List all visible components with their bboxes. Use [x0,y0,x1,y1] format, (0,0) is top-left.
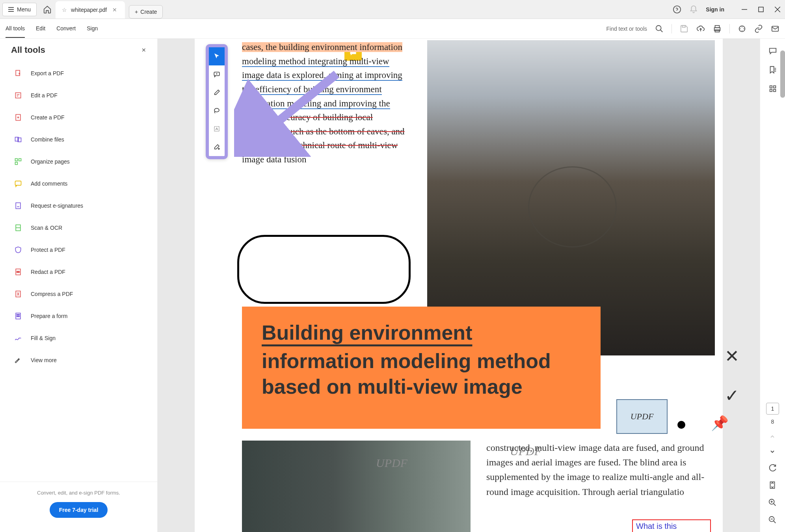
rotate-button[interactable] [768,463,777,472]
titlebar-right: Sign in [673,5,785,14]
sidebar-item-protect[interactable]: Protect a PDF [11,240,146,260]
sidebar-item-combine[interactable]: Combine files [11,129,146,150]
comments-panel-button[interactable] [768,47,777,55]
svg-rect-7 [682,25,685,27]
comment-tool[interactable] [209,65,225,84]
sidebar-close-button[interactable]: ✕ [141,47,146,53]
sidebar-item-compress[interactable]: Compress a PDF [11,284,146,304]
thumbnails-panel-button[interactable] [768,84,777,93]
dot-annotation[interactable] [677,421,685,429]
sidebar-item-view-more[interactable]: View more [11,350,146,370]
bell-icon[interactable] [689,5,698,14]
tab-all-tools[interactable]: All tools [6,20,25,38]
tab-close-button[interactable]: ✕ [111,6,119,14]
lasso-icon [213,107,220,114]
save-button[interactable] [680,24,688,33]
sparkle-icon [738,24,746,33]
save-icon [680,24,688,33]
link-icon [754,24,763,33]
sidebar-items: Export a PDF Edit a PDF Create a PDF Com… [0,63,157,482]
page-nav-controls: 1 8 [766,403,779,524]
sidebar-item-prepare-form[interactable]: Prepare a form [11,306,146,326]
plus-icon: + [135,9,138,15]
toolbar-right: Find text or tools [606,24,780,33]
sidebar-item-organize[interactable]: Organize pages [11,151,146,172]
sidebar-item-edit-pdf[interactable]: Edit a PDF [11,85,146,106]
heading-underlined: Building environment [262,321,581,344]
sidebar-item-label: Compress a PDF [31,291,73,297]
signin-button[interactable]: Sign in [706,6,724,13]
eraser-tool[interactable] [209,138,225,156]
text-select-icon: A [213,125,220,132]
chevron-up-icon [769,433,776,440]
sidebar-item-scan[interactable]: Scan & OCR [11,218,146,238]
fit-page-button[interactable] [768,481,777,489]
minimize-button[interactable] [740,5,749,14]
updf-stamp[interactable]: UPDF [616,399,668,434]
sidebar-item-create-pdf[interactable]: Create a PDF [11,107,146,128]
select-tool[interactable] [209,47,225,65]
svg-rect-22 [15,159,18,161]
toolbar: All tools Edit Convert Sign Find text or… [0,19,785,39]
scrollbar-thumb[interactable] [780,50,785,98]
comments-icon [13,179,23,188]
svg-rect-26 [16,203,20,209]
maximize-button[interactable] [757,5,765,14]
document-viewport[interactable]: A [158,39,760,532]
sidebar-header: All tools ✕ [0,45,157,63]
page-down-button[interactable] [769,448,776,455]
svg-rect-25 [15,181,21,185]
highlight-tool[interactable] [209,84,225,102]
cross-annotation[interactable]: ✕ [725,346,739,366]
grid-icon [768,84,777,93]
trial-button[interactable]: Free 7-day trial [50,502,108,518]
sidebar-item-label: Fill & Sign [31,335,56,341]
tab-convert[interactable]: Convert [56,20,76,38]
orange-heading-box: Building environment information modelin… [242,307,601,429]
tab-edit[interactable]: Edit [36,20,45,38]
ai-button[interactable] [738,24,746,33]
text-annotation-box[interactable]: What is this [632,519,711,532]
page-up-button[interactable] [769,433,776,440]
find-label: Find text or tools [606,26,647,32]
svg-rect-24 [15,162,18,165]
email-button[interactable] [771,24,779,33]
tab-sign[interactable]: Sign [87,20,98,38]
tab-whitepaper[interactable]: ☆ whitepaper.pdf ✕ [56,1,125,19]
convert-note: Convert, edit, and e-sign PDF forms. [11,490,146,496]
highlighted-text[interactable]: cases, the building environment informat… [242,42,402,52]
total-pages: 8 [771,419,774,425]
upload-button[interactable] [696,24,705,33]
zoom-out-button[interactable] [768,515,777,524]
person-monitor-image: UPDF [242,441,471,532]
sidebar-item-fill-sign[interactable]: Fill & Sign [11,328,146,348]
create-label: Create [140,9,157,15]
svg-rect-2 [759,7,763,12]
draw-tool[interactable] [209,102,225,120]
document-page[interactable]: A [195,39,723,532]
sidebar-item-comments[interactable]: Add comments [11,173,146,194]
right-rail: 1 8 [760,39,785,532]
current-page-input[interactable]: 1 [766,403,779,415]
combine-icon [13,135,23,144]
sidebar-item-redact[interactable]: Redact a PDF [11,262,146,282]
zoom-in-button[interactable] [768,498,777,507]
sidebar-item-label: Protect a PDF [31,247,65,253]
check-annotation[interactable]: ✓ [725,385,739,406]
oval-annotation[interactable] [237,235,411,304]
print-button[interactable] [713,24,722,33]
create-button[interactable]: + Create [129,5,163,19]
sidebar-item-export-pdf[interactable]: Export a PDF [11,63,146,84]
sidebar-item-esign[interactable]: Request e-signatures [11,195,146,216]
lower-paragraph[interactable]: constructed, multi-view image data are f… [486,441,723,499]
text-tool[interactable]: A [209,120,225,138]
search-button[interactable] [655,24,664,33]
pin-annotation[interactable]: 📌 [711,415,729,432]
bookmarks-panel-button[interactable] [768,65,777,74]
sidebar-item-label: Edit a PDF [31,92,58,99]
close-window-button[interactable] [773,5,782,14]
menu-button[interactable]: Menu [2,3,37,16]
link-button[interactable] [754,24,763,33]
home-button[interactable] [39,2,56,17]
help-icon[interactable] [673,5,681,14]
